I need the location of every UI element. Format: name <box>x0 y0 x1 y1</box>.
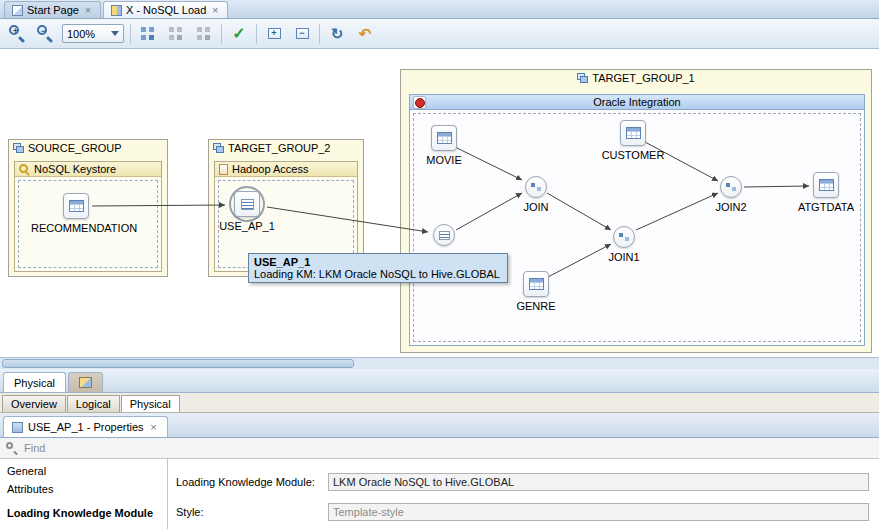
style-row: Style: <box>176 503 871 521</box>
node-movie[interactable]: MOVIE <box>399 125 489 166</box>
tooltip-text: Loading KM: LKM Oracle NoSQL to Hive.GLO… <box>254 268 502 280</box>
close-icon[interactable] <box>149 422 159 432</box>
access-point-icon <box>433 224 455 246</box>
node-use-ap-1[interactable]: USE_AP_1 <box>202 191 292 232</box>
panel-header[interactable]: Hadoop Access <box>215 162 357 177</box>
zoom-in-icon: + <box>9 25 26 42</box>
layout-icon <box>141 27 155 41</box>
search-icon <box>6 442 19 455</box>
validate-button[interactable] <box>228 23 250 45</box>
layout-disabled-icon <box>169 27 183 41</box>
zoom-out-button[interactable]: − <box>34 23 56 45</box>
node-join2[interactable]: JOIN2 <box>686 174 776 213</box>
editor-bottom-tab-bar: Physical <box>0 369 879 393</box>
properties-tab-bar: USE_AP_1 - Properties <box>0 413 879 438</box>
expand-all-button[interactable]: + <box>263 23 285 45</box>
document-tab-bar: Start Page X - NoSQL Load <box>0 0 879 19</box>
node-recommendation[interactable]: RECOMMENDATION <box>31 193 121 234</box>
join-icon <box>613 226 635 248</box>
join-icon <box>720 176 742 198</box>
find-bar <box>0 438 879 459</box>
horizontal-scrollbar[interactable] <box>0 357 879 369</box>
layout-option-button <box>165 23 187 45</box>
editor-view-tabs: Overview Logical Physical <box>0 393 879 413</box>
layout-disabled-icon <box>197 27 211 41</box>
table-icon <box>523 271 549 297</box>
mapping-icon <box>111 5 122 16</box>
zoom-level-select[interactable]: 100% <box>62 24 124 43</box>
tab-logical[interactable]: Logical <box>67 395 120 412</box>
properties-icon <box>12 422 23 433</box>
find-input[interactable] <box>24 442 873 454</box>
nav-attributes[interactable]: Attributes <box>0 480 167 498</box>
start-page-icon <box>12 5 23 16</box>
reset-layout-button[interactable] <box>354 23 376 45</box>
tab-nosql-load[interactable]: X - NoSQL Load <box>103 1 228 18</box>
node-label: CUSTOMER <box>588 149 678 161</box>
tab-diagram-icon[interactable] <box>68 372 103 392</box>
diagram-toolbar: + − 100% + − <box>0 19 879 49</box>
join-icon <box>525 176 547 198</box>
group-icon <box>213 143 224 153</box>
tab-use-ap-1-properties[interactable]: USE_AP_1 - Properties <box>3 416 168 437</box>
node-tooltip: USE_AP_1 Loading KM: LKM Oracle NoSQL to… <box>248 253 508 283</box>
diagram-icon <box>79 377 92 388</box>
node-label: JOIN <box>491 201 581 213</box>
group-title: TARGET_GROUP_1 <box>592 72 695 84</box>
tooltip-title: USE_AP_1 <box>254 256 502 268</box>
node-join[interactable]: JOIN <box>491 174 581 213</box>
toolbar-separator <box>256 24 257 44</box>
auto-layout-button[interactable] <box>137 23 159 45</box>
toolbar-separator <box>221 24 222 44</box>
node-label: MOVIE <box>399 154 489 166</box>
synchronize-button[interactable] <box>326 23 348 45</box>
panel-title: NoSQL Keystore <box>34 163 116 175</box>
node-label: JOIN2 <box>686 201 776 213</box>
table-icon <box>431 125 457 151</box>
group-title: SOURCE_GROUP <box>28 142 122 154</box>
group-header[interactable]: TARGET_GROUP_2 <box>209 140 363 156</box>
node-label: ATGTDATA <box>781 201 871 213</box>
layout-option-button-2 <box>193 23 215 45</box>
close-icon[interactable] <box>210 5 220 15</box>
mapping-canvas[interactable]: SOURCE_GROUP NoSQL Keystore TARGET_GROUP… <box>0 49 879 357</box>
record-icon[interactable] <box>413 96 426 109</box>
style-label: Style: <box>176 506 328 518</box>
expand-all-icon: + <box>268 28 281 39</box>
tab-label: USE_AP_1 - Properties <box>28 421 144 433</box>
tab-start-page[interactable]: Start Page <box>4 1 101 18</box>
lkm-field[interactable] <box>328 473 869 491</box>
table-icon <box>813 172 839 198</box>
zoom-in-button[interactable]: + <box>6 23 28 45</box>
panel-header[interactable]: Oracle Integration <box>410 95 864 110</box>
lkm-label: Loading Knowledge Module: <box>176 476 328 488</box>
zoom-out-icon: − <box>37 25 54 42</box>
close-icon[interactable] <box>83 5 93 15</box>
collapse-all-button[interactable]: − <box>291 23 313 45</box>
node-access-point[interactable] <box>399 222 489 246</box>
style-field[interactable] <box>328 503 869 521</box>
tab-physical[interactable]: Physical <box>121 395 180 412</box>
nav-loading-knowledge-module[interactable]: Loading Knowledge Module <box>0 504 167 522</box>
scrollbar-thumb[interactable] <box>2 359 354 368</box>
access-point-icon <box>234 191 260 217</box>
tab-overview[interactable]: Overview <box>2 395 66 412</box>
node-customer[interactable]: CUSTOMER <box>588 120 678 161</box>
group-header[interactable]: TARGET_GROUP_1 <box>401 70 871 86</box>
group-icon <box>13 143 24 153</box>
zoom-level-value: 100% <box>67 28 95 40</box>
properties-form: Loading Knowledge Module: Style: <box>168 459 879 529</box>
group-header[interactable]: SOURCE_GROUP <box>9 140 167 156</box>
chevron-down-icon <box>111 31 119 36</box>
panel-title: Hadoop Access <box>232 163 308 175</box>
panel-header[interactable]: NoSQL Keystore <box>15 162 161 177</box>
nav-general[interactable]: General <box>0 462 167 480</box>
tab-physical-diagram[interactable]: Physical <box>3 372 66 392</box>
node-atgtdata[interactable]: ATGTDATA <box>781 172 871 213</box>
collapse-all-icon: − <box>296 28 309 39</box>
properties-body: General Attributes Loading Knowledge Mod… <box>0 459 879 529</box>
node-join1[interactable]: JOIN1 <box>579 224 669 263</box>
tab-label: Physical <box>14 377 55 389</box>
validate-check-icon <box>232 24 245 43</box>
tab-label: Start Page <box>27 4 79 16</box>
